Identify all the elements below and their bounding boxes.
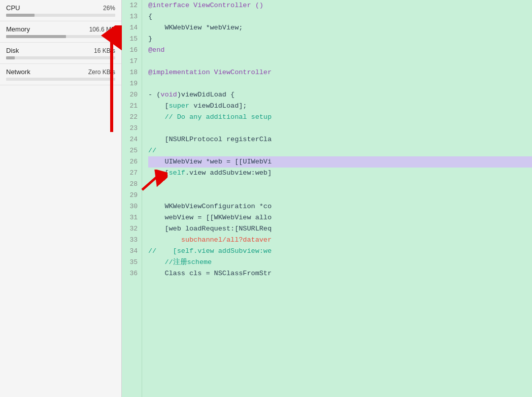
progress-bar-track [6, 35, 115, 38]
metric-value: 26% [103, 5, 115, 12]
code-line: //注册scheme [148, 257, 532, 268]
line-number: 21 [126, 101, 138, 112]
progress-bar-fill [6, 56, 15, 59]
left-panel: CPU26%Memory106.6 MBDisk16 KB/sNetworkZe… [0, 0, 122, 397]
code-line: // [self.view addSubview:we [148, 246, 532, 257]
line-number: 16 [126, 45, 138, 56]
code-line: Class cls = NSClassFromStr [148, 268, 532, 279]
line-number: 13 [126, 11, 138, 22]
code-line: @implementation ViewController [148, 67, 532, 78]
code-line: @interface ViewController () [148, 0, 532, 11]
metric-row-memory: Memory106.6 MB [0, 21, 121, 43]
code-line: [self.view addSubview:web] [148, 168, 532, 179]
metric-row-network: NetworkZero KB/s [0, 64, 121, 85]
line-number: 33 [126, 235, 138, 246]
code-line: } [148, 34, 532, 45]
code-line [148, 190, 532, 201]
line-number: 15 [126, 34, 138, 45]
progress-bar-track [6, 56, 115, 59]
line-number: 36 [126, 268, 138, 279]
progress-bar-track [6, 78, 115, 81]
metric-label: Memory [6, 25, 30, 33]
progress-bar-fill [6, 14, 35, 17]
code-line: WKWebView *webView; [148, 22, 532, 34]
line-number: 18 [126, 67, 138, 78]
line-number: 32 [126, 223, 138, 235]
code-line: UIWebView *web = [[UIWebVi [148, 156, 532, 168]
line-number: 26 [126, 156, 138, 168]
metric-label: Network [6, 68, 30, 76]
line-number: 27 [126, 168, 138, 179]
metric-row-cpu: CPU26% [0, 0, 121, 21]
line-number: 22 [126, 112, 138, 123]
metric-value: Zero KB/s [88, 69, 115, 76]
line-number: 31 [126, 212, 138, 223]
line-number: 34 [126, 246, 138, 257]
line-number: 29 [126, 190, 138, 201]
metric-value: 106.6 MB [89, 26, 115, 33]
line-number: 19 [126, 78, 138, 89]
code-line [148, 56, 532, 67]
right-panel: 1213141516171819202122232425262728293031… [122, 0, 532, 397]
metric-row-disk: Disk16 KB/s [0, 43, 121, 64]
code-line [148, 78, 532, 89]
code-line: subchannel/all?dataver [148, 235, 532, 246]
metric-label: CPU [6, 4, 20, 12]
code-content: @interface ViewController (){ WKWebView … [142, 0, 532, 397]
code-line: - (void)viewDidLoad { [148, 89, 532, 101]
progress-bar-track [6, 14, 115, 17]
code-line: WKWebViewConfiguration *co [148, 201, 532, 212]
line-number: 20 [126, 89, 138, 101]
code-line: webView = [[WKWebView allo [148, 212, 532, 223]
line-number: 25 [126, 145, 138, 156]
code-line [148, 123, 532, 134]
code-line: // Do any additional setup [148, 112, 532, 123]
line-number: 17 [126, 56, 138, 67]
code-line: [NSURLProtocol registerCla [148, 134, 532, 145]
line-number: 12 [126, 0, 138, 11]
code-line: [web loadRequest:[NSURLReq [148, 223, 532, 235]
line-number: 24 [126, 134, 138, 145]
code-area: 1213141516171819202122232425262728293031… [122, 0, 532, 397]
line-numbers: 1213141516171819202122232425262728293031… [122, 0, 142, 397]
code-line: // [148, 145, 532, 156]
progress-bar-fill [6, 35, 66, 38]
line-number: 23 [126, 123, 138, 134]
metric-value: 16 KB/s [94, 47, 115, 54]
code-line: [super viewDidLoad]; [148, 101, 532, 112]
code-line: { [148, 11, 532, 22]
code-line [148, 179, 532, 190]
line-number: 30 [126, 201, 138, 212]
metric-label: Disk [6, 47, 19, 54]
line-number: 28 [126, 179, 138, 190]
code-line: @end [148, 45, 532, 56]
line-number: 14 [126, 22, 138, 34]
line-number: 35 [126, 257, 138, 268]
